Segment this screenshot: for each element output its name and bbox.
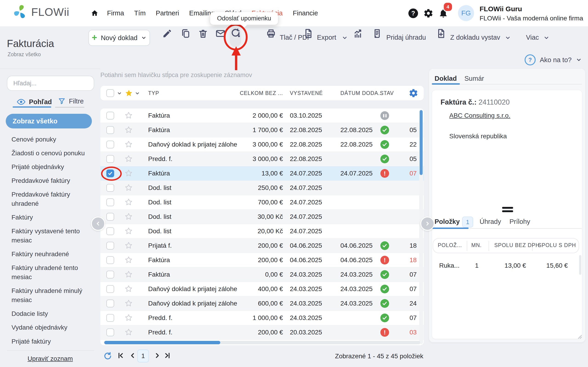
tab-summary[interactable]: Sumár: [464, 75, 484, 82]
row-checkbox[interactable]: [106, 126, 114, 134]
detail-collapse-button[interactable]: [420, 217, 435, 231]
table-row[interactable]: Predd. f.3 000,00 €22.08.202505: [100, 152, 424, 166]
panel-resize-grip[interactable]: [576, 333, 582, 340]
row-checkbox[interactable]: [106, 198, 114, 206]
row-star-icon[interactable]: [125, 314, 132, 322]
previous-page-button[interactable]: [129, 352, 137, 359]
sidebar-collapse-button[interactable]: [91, 217, 105, 231]
item-cell-name[interactable]: Ruka...: [439, 259, 460, 273]
sidebar-view-item[interactable]: Cenové ponuky: [11, 135, 91, 144]
send-reminder-icon[interactable]: [230, 28, 241, 39]
horizontal-scrollbar-thumb[interactable]: [104, 341, 220, 344]
table-row[interactable]: Faktúra2 000,00 €03.10.2025: [100, 108, 424, 123]
statistics-chart-icon[interactable]: [353, 28, 364, 39]
sidebar-view-item[interactable]: Žiadosti o cenovú ponuku: [11, 149, 91, 158]
sidebar-view-item[interactable]: Faktúry uhradené minulý mesiac: [11, 286, 91, 305]
items-column-item[interactable]: POLOŽ...: [438, 238, 462, 252]
tab-payments[interactable]: Úhrady: [480, 218, 501, 225]
row-star-icon[interactable]: [125, 169, 132, 177]
sidebar-view-item[interactable]: Faktúry neuhradené: [11, 250, 91, 259]
row-checkbox[interactable]: [106, 285, 114, 293]
row-star-icon[interactable]: [125, 328, 132, 336]
row-checkbox[interactable]: [106, 112, 114, 119]
help-icon[interactable]: ?: [408, 8, 418, 18]
row-checkbox[interactable]: [106, 141, 114, 148]
row-star-icon[interactable]: [125, 242, 132, 249]
table-row[interactable]: Daňový doklad k prijatej zálohe3 000,00 …: [100, 137, 424, 152]
row-star-icon[interactable]: [125, 155, 132, 163]
print-icon[interactable]: [266, 28, 276, 39]
vertical-scrollbar-thumb[interactable]: [420, 110, 423, 175]
new-document-button[interactable]: + Nový doklad: [88, 30, 150, 46]
export-document-icon[interactable]: [303, 28, 313, 39]
sidebar-view-item[interactable]: Vydané objednávky: [11, 323, 91, 332]
tab-view[interactable]: Pohľad: [17, 97, 52, 106]
splitter-handle[interactable]: [502, 207, 513, 212]
row-star-icon[interactable]: [125, 198, 132, 206]
favorite-filter-star-icon[interactable]: [125, 89, 133, 97]
table-row[interactable]: Dod. list700,00 €24.07.2025: [100, 195, 424, 210]
table-row[interactable]: Dod. list20,00 Kč24.07.2025: [100, 224, 424, 239]
column-header-issued[interactable]: VYSTAVENÉ: [290, 86, 323, 100]
row-star-icon[interactable]: [125, 299, 132, 307]
row-star-icon[interactable]: [125, 184, 132, 192]
sidebar-view-item[interactable]: Preddavkové faktúry uhradené: [11, 190, 91, 208]
table-row[interactable]: Daňový doklad k prijatej zálohe600,00 €2…: [100, 296, 424, 311]
more-label[interactable]: Viac: [526, 34, 539, 41]
email-envelope-icon[interactable]: [216, 28, 225, 39]
from-document-chevron-icon[interactable]: [505, 35, 511, 41]
add-payment-label[interactable]: Pridaj úhradu: [386, 34, 426, 41]
sidebar-item-show-all[interactable]: Zobraz všetko: [6, 114, 92, 128]
add-payment-receipt-icon[interactable]: [372, 28, 382, 39]
select-menu-chevron-icon[interactable]: [117, 91, 122, 96]
row-star-icon[interactable]: [125, 227, 132, 235]
table-row[interactable]: Faktúra13,00 €24.07.202524.07.2025!07: [100, 166, 424, 181]
column-header-status[interactable]: STAV: [380, 86, 394, 100]
sidebar-view-item[interactable]: Prijaté faktúry: [11, 337, 91, 346]
next-page-button[interactable]: [153, 352, 161, 359]
row-checkbox[interactable]: [106, 169, 114, 177]
home-icon[interactable]: [91, 10, 98, 17]
sidebar-view-item[interactable]: Faktúry: [11, 213, 91, 222]
sidebar-view-item[interactable]: Prijaté objednávky: [11, 162, 91, 172]
flowii-logo[interactable]: FLOWii: [12, 4, 69, 20]
table-row[interactable]: Faktúra1 700,00 €22.08.202522.08.202505: [100, 123, 424, 137]
create-from-document-icon[interactable]: [436, 28, 446, 39]
row-checkbox[interactable]: [106, 256, 114, 264]
first-page-button[interactable]: [117, 352, 124, 359]
row-star-icon[interactable]: [125, 285, 132, 293]
row-star-icon[interactable]: [125, 256, 132, 264]
table-row[interactable]: Faktúra200,00 €04.06.202504.06.2025!18: [100, 253, 424, 267]
favorite-menu-chevron-icon[interactable]: [135, 91, 140, 96]
edit-pencil-icon[interactable]: [162, 28, 172, 39]
row-checkbox[interactable]: [106, 271, 114, 278]
row-star-icon[interactable]: [125, 140, 132, 148]
table-row[interactable]: Prijatá f.200,00 €04.06.202504.06.202518: [100, 239, 424, 253]
column-settings-gear-icon[interactable]: [409, 88, 418, 98]
nav-item-firma[interactable]: Firma: [107, 9, 124, 17]
tab-items[interactable]: Položky: [435, 218, 460, 225]
from-document-label[interactable]: Z dokladu vystav: [450, 34, 500, 41]
table-row[interactable]: Faktúra0,00 €24.03.202524.03.202507: [100, 267, 424, 282]
settings-gear-icon[interactable]: [423, 8, 433, 18]
sidebar-view-item[interactable]: Dodacie listy: [11, 309, 91, 318]
edit-list-link[interactable]: Upraviť zoznam: [0, 355, 100, 362]
table-row[interactable]: Daňový doklad k prijatej zálohe400,00 €2…: [100, 282, 424, 296]
table-row[interactable]: Dod. list30,00 Kč24.07.2025: [100, 210, 424, 224]
nav-item-partneri[interactable]: Partneri: [156, 9, 179, 17]
avatar[interactable]: FG: [458, 5, 474, 21]
row-checkbox[interactable]: [106, 213, 114, 221]
row-checkbox[interactable]: [106, 155, 114, 163]
column-header-delivery[interactable]: DÁTUM DODA...: [340, 86, 383, 100]
select-all-checkbox[interactable]: [106, 89, 114, 97]
row-checkbox[interactable]: [106, 184, 114, 192]
partner-link[interactable]: ABC Consulting s.r.o.: [449, 112, 510, 119]
more-chevron-icon[interactable]: [544, 35, 549, 41]
row-checkbox[interactable]: [106, 314, 114, 322]
table-row[interactable]: Dod. list250,00 €24.07.2025: [100, 181, 424, 195]
tab-attachments[interactable]: Prílohy: [510, 218, 530, 225]
tab-document[interactable]: Doklad: [435, 75, 457, 82]
table-row[interactable]: Predd. f.1 000,00 €24.03.202507: [100, 311, 424, 325]
sidebar-view-item[interactable]: Faktúry uhradené tento mesiac: [11, 263, 91, 282]
export-chevron-down-icon[interactable]: [342, 35, 348, 41]
